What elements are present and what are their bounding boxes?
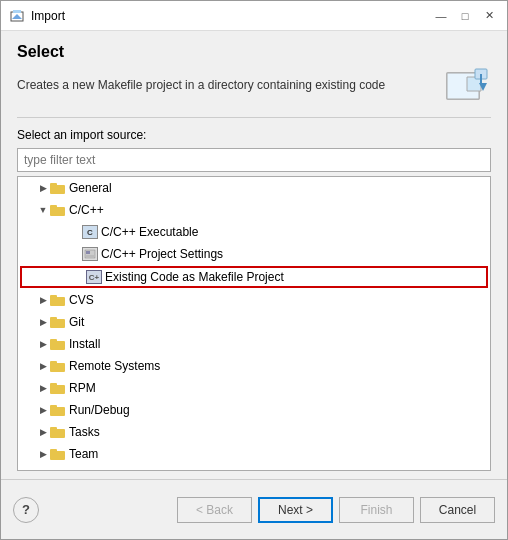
svg-rect-27 <box>50 405 57 409</box>
tree-label-cpp: C/C++ <box>69 203 104 217</box>
no-chevron-proj <box>68 247 82 261</box>
tree-item-team[interactable]: ▶ Team <box>18 443 490 465</box>
window-icon <box>9 8 25 24</box>
tree-label-cpp-make: Existing Code as Makefile Project <box>105 270 284 284</box>
chevron-rpm: ▶ <box>36 381 50 395</box>
page-desc-row: Creates a new Makefile project in a dire… <box>17 65 491 105</box>
chevron-git: ▶ <box>36 315 50 329</box>
chevron-down-icon: ▼ <box>36 203 50 217</box>
svg-rect-23 <box>50 361 57 365</box>
folder-icon-team <box>50 447 66 461</box>
tree-label-tasks: Tasks <box>69 425 100 439</box>
bottom-area: ? < Back Next > Finish Cancel <box>1 479 507 539</box>
chevron-team: ▶ <box>36 447 50 461</box>
svg-rect-12 <box>50 205 57 209</box>
folder-icon-git <box>50 315 66 329</box>
svg-rect-25 <box>50 383 57 387</box>
folder-icon <box>50 181 66 195</box>
window-controls: — □ ✕ <box>431 6 499 26</box>
tree-label-cpp-proj: C/C++ Project Settings <box>101 247 223 261</box>
finish-button[interactable]: Finish <box>339 497 414 523</box>
cpp-proj-icon <box>82 247 98 261</box>
svg-marker-2 <box>12 14 22 19</box>
tree-item-general[interactable]: ▶ General <box>18 177 490 199</box>
tree-label-rundebug: Run/Debug <box>69 403 130 417</box>
tree-label-remote: Remote Systems <box>69 359 160 373</box>
no-chevron-exec <box>68 225 82 239</box>
tree-label-rpm: RPM <box>69 381 96 395</box>
filter-input[interactable] <box>17 148 491 172</box>
svg-rect-19 <box>50 317 57 321</box>
folder-icon-rundebug <box>50 403 66 417</box>
next-button[interactable]: Next > <box>258 497 333 523</box>
tree-item-git[interactable]: ▶ Git <box>18 311 490 333</box>
tree-item-tasks[interactable]: ▶ Tasks <box>18 421 490 443</box>
cpp-exec-icon: C <box>82 225 98 239</box>
folder-icon-rpm <box>50 381 66 395</box>
tree-item-cpp-exec[interactable]: C C/C++ Executable <box>18 221 490 243</box>
tree-label-install: Install <box>69 337 100 351</box>
cancel-button[interactable]: Cancel <box>420 497 495 523</box>
folder-icon-cpp <box>50 203 66 217</box>
tree-item-cpp-proj[interactable]: C/C++ Project Settings <box>18 243 490 265</box>
tree-item-rpm[interactable]: ▶ RPM <box>18 377 490 399</box>
folder-icon-cvs <box>50 293 66 307</box>
help-button[interactable]: ? <box>13 497 39 523</box>
cpp-make-icon: C+ <box>86 270 102 284</box>
window-title: Import <box>31 9 431 23</box>
title-bar: Import — □ ✕ <box>1 1 507 31</box>
tree-item-cpp-make[interactable]: C+ Existing Code as Makefile Project <box>20 266 488 288</box>
no-chevron-make <box>72 270 86 284</box>
tree-label-general: General <box>69 181 112 195</box>
minimize-button[interactable]: — <box>431 6 451 26</box>
chevron-right-icon: ▶ <box>36 181 50 195</box>
svg-rect-29 <box>50 427 57 431</box>
tree-item-cvs[interactable]: ▶ CVS <box>18 289 490 311</box>
source-label: Select an import source: <box>17 128 491 142</box>
tree-item-install[interactable]: ▶ Install <box>18 333 490 355</box>
chevron-tasks: ▶ <box>36 425 50 439</box>
tree-label-git: Git <box>69 315 84 329</box>
svg-rect-31 <box>50 449 57 453</box>
tree-label-cvs: CVS <box>69 293 94 307</box>
svg-rect-1 <box>13 10 21 13</box>
page-icon <box>443 65 491 105</box>
import-window: Import — □ ✕ Select Creates a new Makefi… <box>0 0 508 540</box>
chevron-remote: ▶ <box>36 359 50 373</box>
svg-rect-21 <box>50 339 57 343</box>
tree-item-rundebug[interactable]: ▶ Run/Debug <box>18 399 490 421</box>
content-area: Select Creates a new Makefile project in… <box>1 31 507 479</box>
folder-icon-remote <box>50 359 66 373</box>
svg-rect-10 <box>50 183 57 187</box>
back-button[interactable]: < Back <box>177 497 252 523</box>
tree-item-remote[interactable]: ▶ Remote Systems <box>18 355 490 377</box>
chevron-cvs: ▶ <box>36 293 50 307</box>
folder-icon-install <box>50 337 66 351</box>
svg-rect-14 <box>86 251 90 254</box>
chevron-install: ▶ <box>36 337 50 351</box>
folder-icon-tasks <box>50 425 66 439</box>
svg-rect-17 <box>50 295 57 299</box>
tree-item-cpp[interactable]: ▼ C/C++ <box>18 199 490 221</box>
chevron-rundebug: ▶ <box>36 403 50 417</box>
maximize-button[interactable]: □ <box>455 6 475 26</box>
page-description: Creates a new Makefile project in a dire… <box>17 78 435 92</box>
page-title: Select <box>17 43 491 61</box>
nav-buttons: < Back Next > Finish Cancel <box>177 497 495 523</box>
separator <box>17 117 491 118</box>
close-button[interactable]: ✕ <box>479 6 499 26</box>
tree-label-team: Team <box>69 447 98 461</box>
tree-container[interactable]: ▶ General ▼ C/C++ <box>17 176 491 471</box>
tree-label-cpp-exec: C/C++ Executable <box>101 225 198 239</box>
